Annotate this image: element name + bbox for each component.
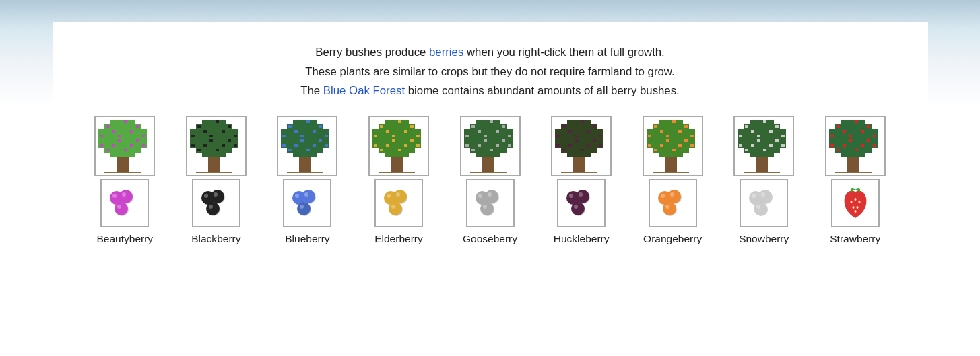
svg-rect-750 <box>853 143 859 148</box>
svg-rect-61 <box>136 139 139 142</box>
svg-rect-94 <box>202 124 208 129</box>
svg-rect-610 <box>665 172 671 173</box>
svg-rect-779 <box>873 144 876 147</box>
svg-rect-772 <box>849 135 852 137</box>
svg-rect-77 <box>123 172 129 173</box>
svg-rect-124 <box>196 143 202 148</box>
svg-rect-304 <box>391 143 397 148</box>
svg-rect-502 <box>587 130 590 133</box>
svg-rect-678 <box>739 135 742 137</box>
svg-rect-252 <box>287 172 293 173</box>
svg-rect-216 <box>305 143 311 148</box>
svg-rect-715 <box>859 120 865 124</box>
svg-rect-326 <box>374 144 377 147</box>
bush-label-orangeberry: Orangeberry <box>643 233 702 245</box>
svg-rect-8 <box>129 124 135 129</box>
svg-rect-408 <box>471 125 475 128</box>
svg-rect-273 <box>391 124 397 129</box>
svg-rect-228 <box>305 153 311 157</box>
svg-rect-164 <box>202 172 208 173</box>
svg-rect-293 <box>372 139 379 143</box>
svg-rect-611 <box>671 172 677 173</box>
svg-rect-361 <box>476 124 482 129</box>
svg-rect-503 <box>599 135 602 137</box>
svg-rect-17 <box>141 129 147 134</box>
svg-rect-188 <box>281 129 287 134</box>
svg-rect-132 <box>202 148 208 153</box>
svg-rect-243 <box>306 149 310 151</box>
svg-rect-255 <box>305 172 311 173</box>
svg-rect-639 <box>774 129 780 134</box>
svg-rect-209 <box>311 139 317 143</box>
svg-rect-497 <box>562 125 566 128</box>
svg-rect-142 <box>216 120 219 123</box>
svg-rect-270 <box>403 120 409 124</box>
svg-rect-761 <box>847 153 853 157</box>
svg-rect-775 <box>861 144 864 147</box>
svg-rect-717 <box>841 124 847 129</box>
svg-rect-791 <box>865 172 872 173</box>
svg-rect-294 <box>379 139 385 143</box>
svg-rect-346 <box>409 172 415 173</box>
svg-rect-0 <box>110 120 117 124</box>
svg-rect-249 <box>305 162 311 167</box>
svg-rect-603 <box>671 157 677 162</box>
svg-rect-642 <box>744 134 750 139</box>
svg-rect-28 <box>110 139 117 143</box>
svg-rect-629 <box>756 124 762 129</box>
svg-rect-522 <box>579 172 585 173</box>
svg-point-351 <box>393 190 407 203</box>
svg-rect-464 <box>561 134 567 139</box>
svg-rect-499 <box>593 125 596 128</box>
berries-link[interactable]: berries <box>429 46 463 59</box>
svg-rect-673 <box>762 153 768 157</box>
svg-rect-777 <box>855 149 858 151</box>
svg-rect-375 <box>470 134 476 139</box>
svg-rect-71 <box>123 162 129 167</box>
svg-rect-722 <box>829 129 835 134</box>
svg-rect-471 <box>555 139 561 143</box>
svg-rect-473 <box>567 139 573 143</box>
svg-rect-759 <box>865 148 872 153</box>
svg-rect-593 <box>648 144 651 147</box>
svg-rect-76 <box>117 172 123 173</box>
svg-rect-601 <box>690 144 694 147</box>
svg-point-176 <box>206 202 220 215</box>
svg-rect-504 <box>556 144 560 147</box>
svg-rect-204 <box>281 139 287 143</box>
svg-rect-427 <box>488 162 494 167</box>
svg-point-263 <box>304 192 308 197</box>
svg-rect-467 <box>579 134 585 139</box>
svg-rect-23 <box>129 134 135 139</box>
svg-rect-609 <box>659 172 665 173</box>
svg-rect-661 <box>762 143 768 148</box>
svg-rect-241 <box>313 144 316 147</box>
svg-rect-726 <box>853 129 859 134</box>
svg-rect-608 <box>653 172 659 173</box>
svg-rect-701 <box>768 172 774 173</box>
svg-rect-92 <box>220 120 226 124</box>
svg-rect-46 <box>129 148 135 153</box>
svg-rect-47 <box>135 148 141 153</box>
svg-rect-675 <box>745 125 748 128</box>
svg-rect-786 <box>835 172 841 173</box>
biome-link[interactable]: Blue Oak Forest <box>323 84 405 97</box>
svg-rect-613 <box>683 172 689 173</box>
svg-rect-605 <box>671 162 677 167</box>
svg-rect-59 <box>100 144 103 147</box>
svg-rect-728 <box>865 129 872 134</box>
svg-point-352 <box>396 192 400 197</box>
svg-rect-500 <box>556 135 560 137</box>
svg-point-349 <box>387 194 391 198</box>
svg-rect-254 <box>299 172 305 173</box>
svg-rect-205 <box>287 139 293 143</box>
svg-rect-785 <box>853 167 859 172</box>
svg-rect-742 <box>853 139 859 143</box>
svg-rect-372 <box>500 129 507 134</box>
svg-rect-373 <box>507 129 513 134</box>
svg-rect-178 <box>293 120 299 124</box>
svg-rect-56 <box>112 130 115 133</box>
svg-rect-468 <box>585 134 591 139</box>
svg-rect-702 <box>774 172 780 173</box>
svg-rect-183 <box>293 124 299 129</box>
